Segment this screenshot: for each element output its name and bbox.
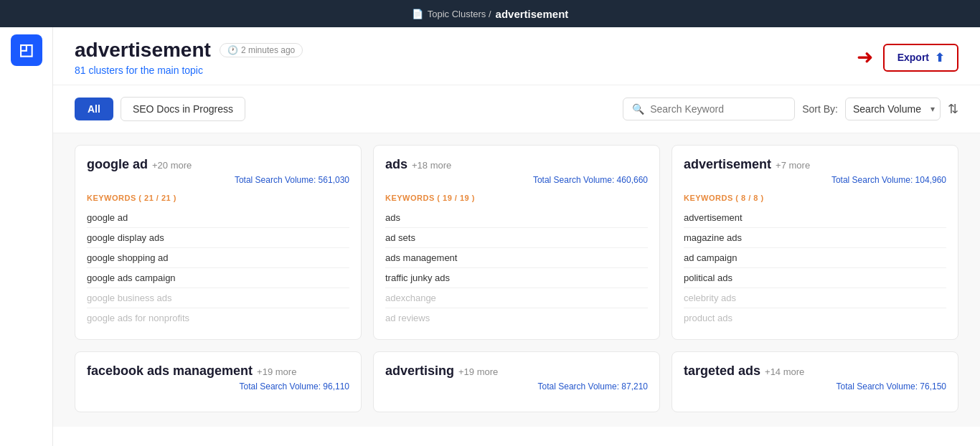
keywords-label: KEYWORDS ( 19 / 19 )	[385, 194, 648, 202]
cluster-card: google ad +20 more Total Search Volume: …	[75, 145, 362, 340]
search-input[interactable]	[650, 103, 786, 115]
top-bar: 📄 Topic Clusters / advertisement	[0, 0, 980, 27]
keyword-item: traffic junky ads	[385, 268, 648, 288]
clusters-subtitle: 81 clusters for the main topic	[75, 65, 303, 76]
sidebar: ◰	[0, 27, 53, 446]
keyword-item: ad sets	[385, 228, 648, 248]
cluster-card: advertising +19 more Total Search Volume…	[373, 351, 660, 412]
keyword-item: google ads for nonprofits	[87, 308, 349, 328]
keyword-item: advertisement	[684, 208, 946, 228]
time-badge: 🕐 2 minutes ago	[220, 43, 303, 57]
card-volume: Total Search Volume: 460,660	[385, 175, 648, 185]
export-label: Export	[897, 52, 929, 63]
sort-select[interactable]: Search Volume	[845, 98, 941, 120]
page-title-row: advertisement 🕐 2 minutes ago	[75, 39, 303, 62]
arrow-indicator: ➜	[857, 47, 873, 67]
cluster-card: facebook ads management +19 more Total S…	[75, 351, 362, 412]
cluster-card: advertisement +7 more Total Search Volum…	[672, 145, 958, 340]
card-title: targeted ads	[684, 364, 760, 379]
card-header: advertisement +7 more	[684, 157, 946, 172]
breadcrumb-topic-clusters: Topic Clusters /	[428, 9, 491, 19]
app-logo[interactable]: ◰	[11, 34, 42, 66]
card-header: targeted ads +14 more	[684, 364, 946, 379]
card-title: advertisement	[684, 157, 771, 172]
card-more: +19 more	[458, 366, 498, 377]
card-title: advertising	[385, 364, 454, 379]
keyword-item: google display ads	[87, 228, 349, 248]
card-more: +20 more	[152, 160, 192, 171]
page-title: advertisement	[75, 39, 211, 62]
document-icon: 📄	[412, 9, 423, 19]
page-header: advertisement 🕐 2 minutes ago 81 cluster…	[53, 27, 980, 85]
card-title: facebook ads management	[87, 364, 253, 379]
keywords-label: KEYWORDS ( 8 / 8 )	[684, 194, 946, 202]
keyword-item: google ads campaign	[87, 268, 349, 288]
export-area: ➜ Export ⬆	[857, 44, 958, 72]
filter-all-button[interactable]: All	[75, 98, 113, 120]
header-left: advertisement 🕐 2 minutes ago 81 cluster…	[75, 39, 303, 76]
keyword-item: political ads	[684, 268, 946, 288]
keyword-item: google ad	[87, 208, 349, 228]
keyword-item: ads	[385, 208, 648, 228]
keyword-item: magazine ads	[684, 228, 946, 248]
keyword-item: ad campaign	[684, 248, 946, 268]
time-ago: 2 minutes ago	[241, 45, 295, 55]
card-volume: Total Search Volume: 96,110	[87, 381, 349, 392]
card-header: google ad +20 more	[87, 157, 349, 172]
card-volume: Total Search Volume: 104,960	[684, 175, 946, 185]
keyword-item: celebrity ads	[684, 288, 946, 308]
sort-wrapper: Search Volume	[845, 98, 941, 120]
filter-bar: All SEO Docs in Progress 🔍 Sort By: Sear…	[53, 85, 980, 133]
sort-label: Sort By:	[802, 103, 838, 115]
keyword-item: product ads	[684, 308, 946, 328]
card-header: advertising +19 more	[385, 364, 648, 379]
card-volume: Total Search Volume: 561,030	[87, 175, 349, 185]
card-volume: Total Search Volume: 76,150	[684, 381, 946, 392]
cluster-grid: google ad +20 more Total Search Volume: …	[53, 133, 980, 427]
filter-seo-button[interactable]: SEO Docs in Progress	[121, 97, 245, 121]
export-button[interactable]: Export ⬆	[883, 44, 958, 72]
sort-lines-icon[interactable]: ⇅	[948, 101, 958, 117]
card-more: +19 more	[257, 366, 296, 377]
search-box: 🔍	[623, 98, 795, 120]
card-more: +14 more	[765, 366, 804, 377]
clock-icon: 🕐	[227, 45, 238, 55]
cluster-card: ads +18 more Total Search Volume: 460,66…	[373, 145, 660, 340]
breadcrumb-current: advertisement	[496, 8, 569, 20]
card-volume: Total Search Volume: 87,210	[385, 381, 648, 392]
keyword-item: google business ads	[87, 288, 349, 308]
keyword-item: google shopping ad	[87, 248, 349, 268]
card-more: +18 more	[412, 160, 451, 171]
keyword-item: ads management	[385, 248, 648, 268]
card-header: facebook ads management +19 more	[87, 364, 349, 379]
card-title: google ad	[87, 157, 148, 172]
card-title: ads	[385, 157, 407, 172]
search-icon: 🔍	[632, 103, 644, 115]
keyword-item: ad reviews	[385, 308, 648, 328]
main-content: advertisement 🕐 2 minutes ago 81 cluster…	[53, 27, 980, 446]
keywords-label: KEYWORDS ( 21 / 21 )	[87, 194, 349, 202]
keyword-item: adexchange	[385, 288, 648, 308]
cluster-card: targeted ads +14 more Total Search Volum…	[672, 351, 958, 412]
card-header: ads +18 more	[385, 157, 648, 172]
card-more: +7 more	[776, 160, 810, 171]
export-icon: ⬆	[935, 51, 944, 65]
